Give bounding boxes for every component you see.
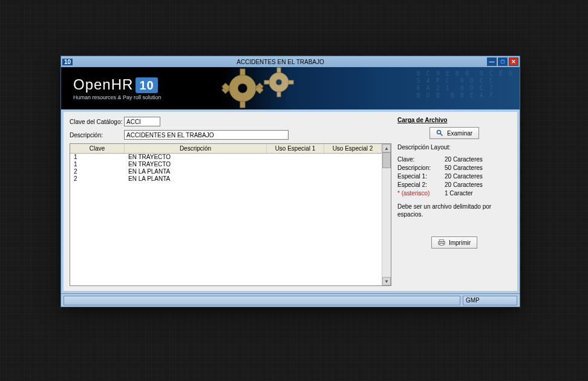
app-logo: OpenHR10 Human resources & Pay roll solu… — [73, 76, 162, 100]
layout-val: 50 Caracteres — [445, 164, 483, 172]
clave-label: Clave del Catálogo: — [70, 119, 124, 125]
svg-rect-13 — [277, 92, 281, 97]
descripcion-label: Descripción: — [70, 132, 124, 138]
cell-desc: EN LA PLANTA — [125, 175, 267, 183]
svg-rect-14 — [264, 80, 269, 84]
layout-val: 20 Caracteres — [445, 155, 483, 164]
svg-point-11 — [276, 79, 282, 85]
cell-desc: EN LA PLANTA — [125, 168, 267, 175]
cell-clave: 1 — [70, 161, 125, 168]
maximize-button[interactable]: □ — [498, 57, 508, 66]
svg-point-16 — [437, 131, 440, 134]
carga-title: Carga de Archivo — [397, 117, 511, 123]
brand-tagline: Human resources & Pay roll solution — [73, 94, 162, 100]
imprimir-button[interactable]: Imprimir — [431, 236, 477, 249]
grid-header: Clave Descripción Uso Especial 1 Uso Esp… — [70, 144, 382, 154]
layout-title: Descripción Layout: — [397, 144, 511, 151]
status-pane-main — [64, 296, 460, 305]
descripcion-input[interactable] — [124, 130, 289, 140]
layout-key: Especial 1: — [397, 172, 445, 181]
left-panel: Clave del Catálogo: Descripción: Clave D… — [70, 117, 391, 286]
printer-icon — [438, 239, 445, 246]
col-header-descripcion[interactable]: Descripción — [125, 144, 267, 153]
svg-line-17 — [440, 134, 443, 136]
content-area: Clave del Catálogo: Descripción: Clave D… — [64, 112, 517, 291]
titlebar-appnum-icon: 10 — [62, 59, 73, 65]
table-row[interactable]: 1 EN TRAYECTO — [70, 154, 382, 161]
status-pane-user: GMP — [463, 296, 517, 305]
cell-e2 — [324, 175, 382, 183]
table-row[interactable]: 2 EN LA PLANTA — [70, 175, 382, 183]
data-grid[interactable]: Clave Descripción Uso Especial 1 Uso Esp… — [70, 143, 391, 286]
layout-key: Descripcion: — [397, 164, 445, 172]
scroll-thumb[interactable] — [382, 152, 391, 168]
minimize-button[interactable]: — — [487, 57, 497, 66]
layout-val: 20 Caracteres — [445, 172, 483, 181]
cell-e2 — [324, 154, 382, 161]
layout-asterisk-key: * (asterisco) — [397, 189, 445, 198]
col-header-clave[interactable]: Clave — [70, 144, 125, 153]
cell-e2 — [324, 168, 382, 175]
app-window: 10 ACCIDENTES EN EL TRABAJO — □ ✕ OpenHR… — [60, 56, 520, 307]
layout-hint: Debe ser un archivo delimitado por espac… — [397, 203, 511, 218]
layout-key: Clave: — [397, 155, 445, 164]
svg-rect-20 — [440, 244, 443, 246]
cell-e1 — [267, 168, 324, 175]
scroll-up-icon[interactable]: ▲ — [382, 144, 391, 152]
scroll-track[interactable] — [382, 152, 391, 277]
brand-version: 10 — [136, 77, 157, 93]
close-button[interactable]: ✕ — [509, 57, 518, 66]
examinar-label: Examinar — [447, 130, 472, 137]
cell-desc: EN TRAYECTO — [125, 161, 267, 168]
svg-point-1 — [238, 83, 247, 93]
clave-input[interactable] — [124, 117, 160, 126]
table-row[interactable]: 2 EN LA PLANTA — [70, 168, 382, 175]
svg-rect-3 — [240, 102, 245, 108]
search-icon — [436, 129, 443, 137]
svg-rect-15 — [289, 80, 293, 84]
cell-clave: 2 — [70, 175, 125, 183]
grid-scrollbar[interactable]: ▲ ▼ — [382, 144, 391, 285]
layout-val: 20 Caracteres — [445, 181, 483, 189]
examinar-button[interactable]: Examinar — [430, 127, 479, 139]
layout-key: Especial 2: — [397, 181, 445, 189]
svg-rect-18 — [439, 240, 444, 242]
col-header-especial1[interactable]: Uso Especial 1 — [267, 144, 324, 153]
window-title: ACCIDENTES EN EL TRABAJO — [75, 59, 486, 65]
table-row[interactable]: 1 EN TRAYECTO — [70, 161, 382, 168]
cell-e2 — [324, 161, 382, 168]
col-header-especial2[interactable]: Uso Especial 2 — [324, 144, 382, 153]
imprimir-label: Imprimir — [449, 239, 471, 246]
statusbar: GMP — [61, 293, 520, 307]
cell-e1 — [267, 154, 324, 161]
titlebar[interactable]: 10 ACCIDENTES EN EL TRABAJO — □ ✕ — [61, 56, 520, 67]
cell-clave: 1 — [70, 154, 125, 161]
cell-e1 — [267, 161, 324, 168]
brand-name: OpenHR — [73, 76, 133, 93]
svg-rect-12 — [277, 68, 281, 73]
banner: OpenHR10 Human resources & Pay roll solu… — [61, 67, 520, 109]
layout-asterisk-val: 1 Caracter — [445, 189, 473, 198]
grid-body[interactable]: 1 EN TRAYECTO 1 EN TRAYECTO 2 — [70, 154, 382, 285]
cell-desc: EN TRAYECTO — [125, 154, 267, 161]
banner-decor: 8 C 9 E 0 4 9 C E 0 5 4 F C 0 D C C 6 A … — [417, 70, 514, 99]
cell-clave: 2 — [70, 168, 125, 175]
layout-table: Clave:20 Caracteres Descripcion:50 Carac… — [397, 155, 511, 198]
scroll-down-icon[interactable]: ▼ — [382, 277, 391, 285]
svg-rect-2 — [240, 69, 245, 75]
cell-e1 — [267, 175, 324, 183]
gears-icon — [218, 67, 321, 109]
right-panel: Carga de Archivo Examinar Descripción La… — [397, 117, 511, 286]
